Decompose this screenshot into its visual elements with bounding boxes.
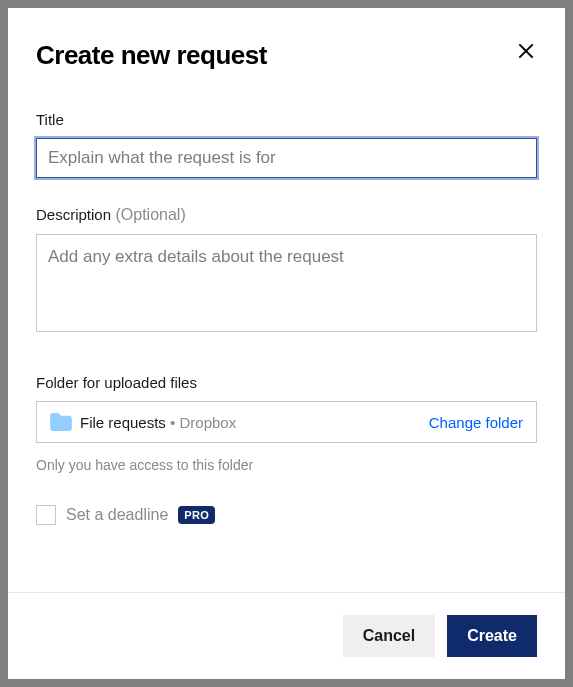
folder-label: Folder for uploaded files — [36, 374, 197, 391]
folder-name: File requests — [80, 414, 166, 431]
modal-footer: Cancel Create — [8, 592, 565, 679]
description-optional: (Optional) — [115, 206, 185, 223]
deadline-row: Set a deadline PRO — [36, 505, 537, 525]
modal-header: Create new request — [36, 40, 537, 71]
title-field-group: Title — [36, 111, 537, 178]
deadline-checkbox[interactable] — [36, 505, 56, 525]
title-label: Title — [36, 111, 64, 128]
create-request-modal: Create new request Title Description (Op… — [8, 8, 565, 679]
close-icon — [517, 42, 535, 60]
folder-icon — [50, 413, 72, 431]
description-input[interactable] — [36, 234, 537, 332]
folder-box: File requests • Dropbox Change folder — [36, 401, 537, 443]
title-input[interactable] — [36, 138, 537, 178]
create-button[interactable]: Create — [447, 615, 537, 657]
folder-info: File requests • Dropbox — [50, 413, 236, 431]
description-label: Description — [36, 206, 111, 223]
cancel-button[interactable]: Cancel — [343, 615, 435, 657]
folder-separator: • — [166, 414, 180, 431]
folder-path: Dropbox — [179, 414, 236, 431]
modal-body: Create new request Title Description (Op… — [8, 8, 565, 592]
folder-access-note: Only you have access to this folder — [36, 457, 537, 473]
folder-field-group: Folder for uploaded files File requests … — [36, 374, 537, 473]
deadline-label: Set a deadline — [66, 506, 168, 524]
description-field-group: Description (Optional) — [36, 206, 537, 336]
pro-badge: PRO — [178, 506, 215, 524]
change-folder-link[interactable]: Change folder — [429, 414, 523, 431]
modal-title: Create new request — [36, 40, 267, 71]
close-button[interactable] — [515, 40, 537, 62]
